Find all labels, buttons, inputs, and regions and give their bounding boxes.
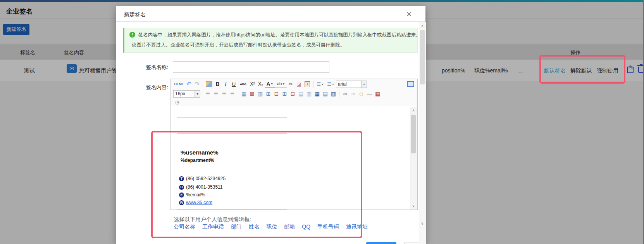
delete-table-icon[interactable]: ⊠ — [248, 90, 256, 98]
format-brush-icon[interactable]: ✏ — [287, 80, 295, 88]
fullscreen-icon[interactable] — [407, 81, 414, 87]
emoticon-icon[interactable]: ☺ — [357, 90, 365, 98]
strikethrough-icon[interactable]: ABC — [238, 80, 248, 88]
subscript-icon[interactable]: X₂ — [257, 80, 265, 88]
scroll-up-icon[interactable]: ∧ — [410, 107, 417, 113]
table-properties-icon[interactable]: ▤ — [321, 90, 329, 98]
editor-toolbar-row2: 16px▼☰☰☰☰▦⊠▥⊞⊟⊞⊟▤▥▦▤▥∞∞☺—▦ — [171, 89, 417, 98]
source-code-icon[interactable]: HTML — [173, 80, 185, 88]
info-icon: ! — [129, 32, 135, 38]
insert-table-icon[interactable]: ▦ — [240, 90, 248, 98]
insert-row-icon[interactable]: ⊞ — [264, 90, 272, 98]
align-center-icon[interactable]: ☰ — [212, 90, 220, 98]
editor-scrollbar-thumb[interactable] — [411, 115, 416, 153]
annotation-rect-actions — [539, 55, 625, 84]
schedule-icon[interactable]: ◷ — [173, 98, 181, 106]
close-icon[interactable]: ✕ — [406, 10, 412, 19]
dialog-title-divider — [116, 21, 425, 22]
dialog-title: 新建签名 — [124, 11, 146, 18]
delete-row-icon[interactable]: ⊟ — [272, 90, 281, 98]
editor-scrollbar[interactable]: ∧ ∨ — [410, 107, 417, 210]
align-justify-icon[interactable]: ☰ — [228, 90, 236, 98]
insert-column-icon[interactable]: ⊞ — [281, 90, 289, 98]
dialog-footer-divider — [116, 241, 425, 241]
dropdown-arrow-icon: ▼ — [321, 83, 324, 86]
font-size-select-arrow-icon[interactable]: ▼ — [195, 90, 200, 98]
align-left-icon[interactable]: ☰ — [204, 90, 212, 98]
banner-line2: 议图片不要过大。企业签名可强制开启，开启后成员写邮件时默认携带企业签名，成员可自… — [132, 42, 345, 48]
dialog-scroll-down-icon[interactable]: ∨ — [419, 220, 425, 226]
dropdown-arrow-icon: ▼ — [270, 82, 273, 85]
toolbar-separator — [202, 91, 202, 97]
confirm-button[interactable] — [366, 242, 396, 244]
highlight-color-icon[interactable]: ab▼ — [275, 80, 287, 88]
merge-cells-icon[interactable]: ▤ — [297, 90, 305, 98]
ordered-list-icon[interactable]: ☰▼ — [315, 80, 325, 88]
unlink-icon[interactable]: ∞ — [349, 90, 357, 98]
editor-toolbar-row1: HTML↶↷BIUABCX²X₂A▼ab▼✏◪T☰▼☰▼arial▼ — [171, 79, 417, 89]
horizontal-rule-icon[interactable]: — — [365, 90, 374, 98]
dropdown-arrow-icon: ▼ — [332, 83, 334, 86]
font-size-select[interactable]: 16px — [173, 90, 195, 98]
cell-properties-icon[interactable]: ▥ — [329, 90, 337, 98]
insert-image-icon[interactable] — [206, 81, 212, 87]
font-color-icon[interactable]: A▼ — [265, 80, 275, 88]
italic-icon[interactable]: I — [222, 80, 230, 88]
editor-toolbar-row3: ◷ — [171, 98, 417, 106]
signature-content-label: 签名内容: — [122, 84, 168, 91]
unordered-list-icon[interactable]: ☰▼ — [325, 80, 336, 88]
underline-icon[interactable]: U — [230, 80, 238, 88]
link-icon[interactable]: ∞ — [341, 90, 349, 98]
toolbar-separator — [203, 81, 203, 88]
paste-text-icon[interactable]: T — [305, 81, 310, 87]
dialog-scroll-up-icon[interactable]: ∧ — [419, 22, 425, 29]
undo-icon[interactable]: ↶ — [185, 80, 193, 88]
bold-icon[interactable]: B — [214, 80, 222, 88]
dropdown-arrow-icon: ▼ — [282, 82, 285, 85]
eraser-icon[interactable]: ◪ — [295, 80, 303, 88]
align-right-icon[interactable]: ☰ — [220, 90, 228, 98]
merge-row-icon[interactable]: ▦ — [313, 90, 321, 98]
dialog-scrollbar-thumb[interactable] — [420, 30, 425, 84]
signature-name-label: 签名名称: — [122, 64, 168, 71]
font-family-select[interactable]: arial — [336, 81, 362, 88]
calendar-icon[interactable]: ▦ — [374, 90, 382, 98]
table-header-icon[interactable]: ▥ — [256, 90, 264, 98]
toolbar-separator — [339, 91, 339, 97]
signature-name-input[interactable] — [173, 61, 329, 73]
redo-icon[interactable]: ↷ — [193, 80, 201, 88]
delete-column-icon[interactable]: ⊟ — [289, 90, 297, 98]
banner-line1: 签名内容中，如果要插入网络图片，推荐使用https访问的url地址。若要使用本地… — [138, 32, 425, 38]
toolbar-separator — [313, 81, 313, 88]
annotation-rect-signature — [151, 131, 362, 238]
font-family-select-arrow-icon[interactable]: ▼ — [362, 81, 367, 88]
scroll-down-icon[interactable]: ∨ — [410, 203, 417, 209]
dialog-scrollbar[interactable]: ∧ ∨ — [419, 22, 426, 244]
superscript-icon[interactable]: X² — [248, 80, 257, 88]
split-cell-icon[interactable]: ▥ — [305, 90, 313, 98]
toolbar-separator — [238, 91, 238, 97]
